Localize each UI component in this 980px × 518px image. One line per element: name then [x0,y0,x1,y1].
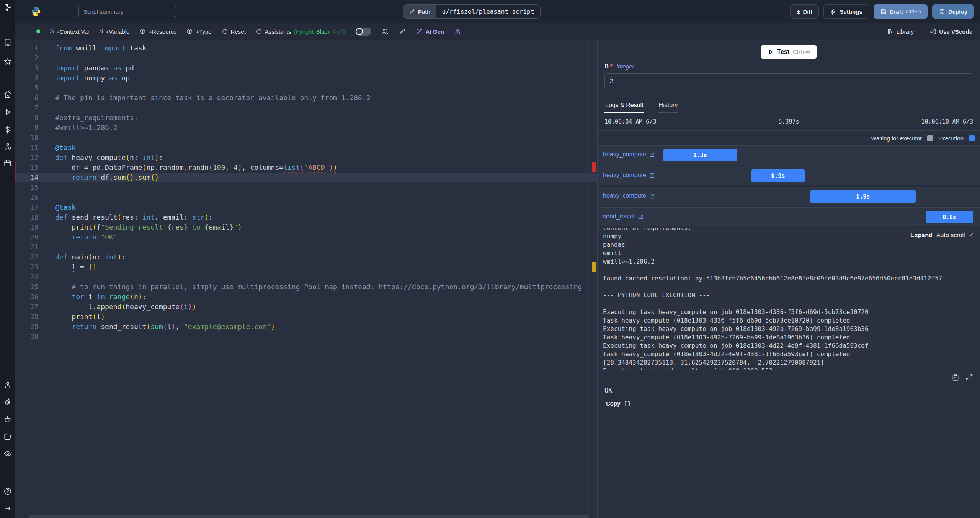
result-tabs: Logs & Result History [598,98,980,113]
code-line-18[interactable]: 18def send_result(res: int, email: str): [15,212,597,222]
timeline-row-heavy_compute: heavy_compute1.3s [598,145,980,165]
logs-output[interactable]: content of requirements:numpypandaswmill… [598,228,980,370]
autoscroll-toggle[interactable]: Auto scroll [936,232,965,239]
ai-gen-button[interactable]: AI Gen [416,28,444,35]
arg-n-input[interactable] [604,73,973,89]
execution-bar[interactable]: 1.9s [810,190,916,203]
add-context-var-button[interactable]: $ +Context Var [50,28,90,35]
code-line-30[interactable]: 30 [15,332,597,342]
code-line-5[interactable]: 5 [15,83,597,93]
code-line-17[interactable]: 17@task [15,202,597,212]
code-line-10[interactable]: 10 [15,133,597,143]
folders-folder-icon[interactable] [3,432,12,441]
line-number: 27 [15,302,38,312]
code-line-16[interactable]: 16 [15,192,597,202]
multiplayer-users-icon[interactable] [381,28,389,35]
tab-history[interactable]: History [658,98,679,113]
code-line-21[interactable]: 21 [15,242,597,252]
deploy-button[interactable]: Deploy [932,4,974,19]
code-line-15[interactable]: 15 [15,182,597,192]
assistant-toggle[interactable] [355,28,371,36]
code-line-26[interactable]: 26 for i in range(n): [15,292,597,302]
code-line-20[interactable]: 20 return "OK" [15,232,597,242]
code-editor[interactable]: 1from wmill import task23import pandas a… [15,40,597,518]
code-line-3[interactable]: 3import pandas as pd [15,63,597,73]
reset-button[interactable]: Reset [222,28,246,35]
schedules-calendar-icon[interactable] [3,159,12,168]
task-link-heavy_compute[interactable]: heavy_compute [603,172,655,179]
audit-eye-icon[interactable] [3,450,12,458]
task-link-send_result[interactable]: send_result [603,213,644,220]
log-line: [28.348434282735113, 31.625429237520784,… [603,358,975,367]
users-person-icon[interactable] [3,381,12,389]
variables-dollar-icon[interactable] [3,125,12,134]
code-line-23[interactable]: 23 l = [] [15,262,597,272]
settings-button[interactable]: Settings [823,4,869,19]
code-line-12[interactable]: 12def heavy_compute(n: int): [15,153,597,163]
warning-marker[interactable] [592,262,596,272]
code-line-28[interactable]: 28 print(l) [15,312,597,322]
workers-robot-icon[interactable] [3,415,12,424]
code-line-25[interactable]: 25 # to run things in parallel, simply u… [15,282,597,292]
copy-result-button[interactable]: Copy [598,394,980,407]
line-number: 9 [15,123,38,133]
test-button[interactable]: Test Ctrl+⏎ [761,45,817,59]
script-path-value[interactable]: u/rfiszel/pleasant_script [436,8,541,15]
fullscreen-icon[interactable] [965,373,973,381]
workspace-building-icon[interactable] [3,38,12,47]
code-line-19[interactable]: 19 print(f"Sending result {res} to {emai… [15,222,597,232]
execution-bar[interactable]: 0.9s [751,169,805,182]
error-marker[interactable] [592,162,596,172]
settings-gear-icon[interactable] [3,398,12,406]
tab-logs-result[interactable]: Logs & Result [604,98,644,113]
code-line-27[interactable]: 27 l.append(heavy_compute(i)) [15,302,597,312]
resources-cubes-icon[interactable] [3,142,12,151]
favorites-star-icon[interactable] [3,57,12,66]
library-button[interactable]: Library [887,28,914,35]
code-line-4[interactable]: 4import numpy as np [15,73,597,83]
add-resource-button[interactable]: +Resource [139,28,176,35]
windmill-logo-icon[interactable] [3,3,12,12]
log-line: Task heavy_compute (018e1303-4d22-4e9f-4… [603,350,975,358]
ai-sparkles-icon[interactable] [454,28,461,35]
code-line-8[interactable]: 8#extra_requirements: [15,113,597,123]
add-type-button[interactable]: +Type [186,28,211,35]
expand-logs-button[interactable]: Expand [910,232,933,239]
log-line [603,283,975,291]
draft-button[interactable]: Draft Ctrl+S [874,4,928,19]
help-question-icon[interactable] [3,487,12,495]
assistants-button[interactable]: Assistants (Pyright Black Ruff) [256,28,345,35]
code-line-13[interactable]: 13 df = pd.DataFrame(np.random.randn(100… [15,163,597,173]
use-vscode-button[interactable]: Use VScode [930,28,972,35]
line-number: 14 [15,173,38,182]
line-number: 2 [15,53,38,63]
script-summary-input[interactable] [78,5,176,18]
copy-logs-icon[interactable] [952,373,959,381]
execution-bar[interactable]: 1.3s [663,149,737,161]
expand-sidebar-arrow-icon[interactable] [3,504,12,513]
code-line-22[interactable]: 22def main(n: int): [15,252,597,262]
code-line-6[interactable]: 6# The pin is important since task is a … [15,93,597,103]
home-icon[interactable] [3,90,12,98]
task-link-heavy_compute[interactable]: heavy_compute [603,192,655,199]
code-line-1[interactable]: 1from wmill import task [15,43,597,53]
code-line-7[interactable]: 7 [15,103,597,113]
code-line-11[interactable]: 11@task [15,143,597,153]
code-line-14[interactable]: 14 return df.sum().sum() [15,173,597,182]
diff-button[interactable]: ± Diff [790,4,819,19]
format-brush-icon[interactable] [399,28,406,35]
line-number: 8 [15,113,38,123]
task-link-heavy_compute[interactable]: heavy_compute [603,151,655,158]
external-link-icon [649,152,655,158]
code-line-2[interactable]: 2 [15,53,597,63]
horizontal-scrollbar[interactable] [29,515,588,518]
code-line-9[interactable]: 9#wmill>=1.286.2 [15,123,597,133]
path-control: Path u/rfiszel/pleasant_script [403,4,541,19]
execution-bar[interactable]: 0.8s [926,211,973,223]
code-line-29[interactable]: 29 return send_result(sum(l), "example@e… [15,322,597,332]
runs-play-icon[interactable] [3,108,12,116]
run-preview-panel: Test Ctrl+⏎ n * integer Logs & Result Hi [597,40,980,518]
code-line-24[interactable]: 24 [15,272,597,282]
add-variable-button[interactable]: $ +Variable [100,28,130,35]
edit-path-button[interactable]: Path [403,5,436,18]
